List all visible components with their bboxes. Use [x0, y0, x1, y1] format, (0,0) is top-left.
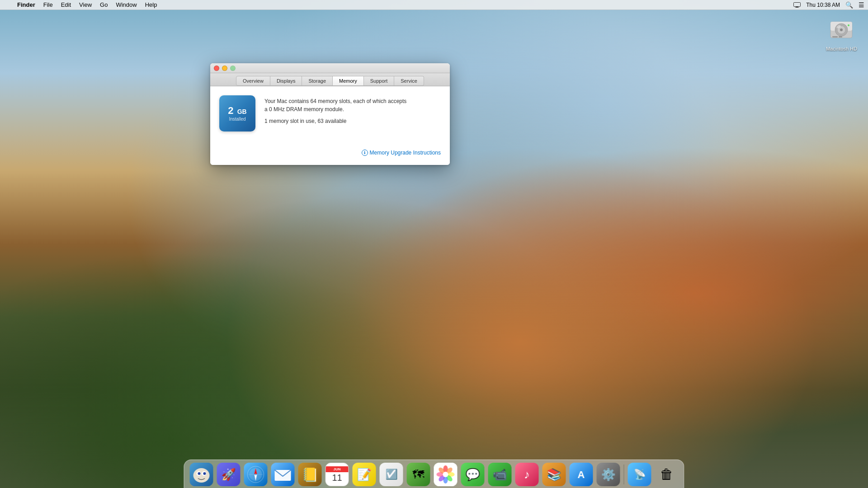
dock-safari[interactable]: [243, 462, 269, 487]
notification-center-icon[interactable]: ☰: [859, 1, 864, 9]
desktop-icons: Macintosh HD: [824, 14, 859, 53]
window-close-button[interactable]: [214, 66, 219, 71]
svg-rect-10: [832, 36, 838, 38]
memory-info: Your Mac contains 64 memory slots, each …: [264, 95, 406, 124]
menu-file[interactable]: File: [40, 1, 57, 9]
svg-rect-11: [839, 36, 842, 38]
memory-badge: 2 GB Installed: [219, 95, 255, 131]
upgrade-link-text[interactable]: Memory Upgrade Instructions: [370, 150, 441, 156]
macintosh-hd-image: [827, 15, 856, 44]
svg-point-7: [840, 28, 843, 31]
svg-point-13: [193, 468, 210, 483]
svg-text:A: A: [578, 469, 585, 480]
dock-separator: [624, 465, 624, 484]
tab-bar: Overview Displays Storage Memory Support…: [210, 73, 450, 86]
menubar-right: Thu 10:38 AM 🔍 ☰: [793, 1, 864, 9]
memory-size: 2 GB: [228, 106, 246, 116]
sysinfo-window: Overview Displays Storage Memory Support…: [210, 63, 450, 165]
memory-slots-info: 1 memory slot in use, 63 available: [264, 118, 406, 124]
tab-storage[interactable]: Storage: [302, 76, 333, 86]
dock: 🚀: [184, 460, 684, 488]
menu-help[interactable]: Help: [142, 1, 161, 9]
memory-upgrade-link[interactable]: ℹ Memory Upgrade Instructions: [219, 150, 441, 156]
tab-service[interactable]: Service: [394, 76, 424, 86]
clock: Thu 10:38 AM: [806, 2, 840, 8]
dock-reminders[interactable]: ☑️: [379, 462, 404, 487]
tab-displays[interactable]: Displays: [270, 76, 302, 86]
window-minimize-button[interactable]: [222, 66, 227, 71]
dock-launchpad[interactable]: 🚀: [216, 462, 241, 487]
window-maximize-button[interactable]: [230, 66, 236, 71]
memory-installed-label: Installed: [229, 117, 245, 122]
menu-window[interactable]: Window: [112, 1, 140, 9]
svg-point-9: [848, 24, 849, 26]
menu-view[interactable]: View: [75, 1, 95, 9]
dock-notefile[interactable]: 📒: [297, 462, 323, 487]
menu-finder[interactable]: Finder: [14, 1, 39, 9]
svg-rect-0: [794, 2, 801, 6]
dock-photos[interactable]: [433, 462, 458, 487]
macintosh-hd-label: Macintosh HD: [826, 46, 857, 52]
dock-facetime[interactable]: 📹: [487, 462, 513, 487]
dock-maps[interactable]: 🗺: [406, 462, 431, 487]
svg-point-36: [443, 472, 448, 477]
dock-appstore[interactable]: A: [569, 462, 594, 487]
svg-rect-1: [796, 7, 798, 8]
upgrade-info-icon: ℹ: [362, 150, 368, 156]
menu-edit[interactable]: Edit: [57, 1, 75, 9]
dock-notes[interactable]: 📝: [352, 462, 377, 487]
dock-itunes[interactable]: ♪: [514, 462, 540, 487]
tab-support[interactable]: Support: [364, 76, 395, 86]
macintosh-hd-icon[interactable]: Macintosh HD: [824, 14, 859, 53]
dock-system-preferences[interactable]: ⚙️: [596, 462, 621, 487]
dock-trash[interactable]: 🗑: [654, 462, 679, 487]
dock-finder[interactable]: [189, 462, 214, 487]
menu-go[interactable]: Go: [96, 1, 111, 9]
svg-point-16: [198, 472, 201, 475]
svg-rect-2: [795, 7, 799, 8]
dock-messages[interactable]: 💬: [460, 462, 486, 487]
dock-mail[interactable]: [270, 462, 296, 487]
dock-airdrop[interactable]: 📡: [627, 462, 652, 487]
window-content: 2 GB Installed Your Mac contains 64 memo…: [210, 86, 450, 165]
menubar-left: Finder File Edit View Go Window Help: [4, 1, 160, 9]
window-titlebar: [210, 63, 450, 73]
menubar: Finder File Edit View Go Window Help Thu…: [0, 0, 868, 10]
apple-menu[interactable]: [4, 5, 13, 5]
dock-calendar[interactable]: JUN 11: [325, 462, 350, 487]
dock-ibooks[interactable]: 📚: [542, 462, 567, 487]
spotlight-icon[interactable]: 🔍: [845, 1, 853, 9]
tab-overview[interactable]: Overview: [236, 76, 270, 86]
svg-point-17: [203, 472, 206, 475]
memory-description: Your Mac contains 64 memory slots, each …: [264, 97, 406, 113]
tab-memory[interactable]: Memory: [333, 76, 364, 86]
display-menu-item[interactable]: [793, 2, 801, 8]
